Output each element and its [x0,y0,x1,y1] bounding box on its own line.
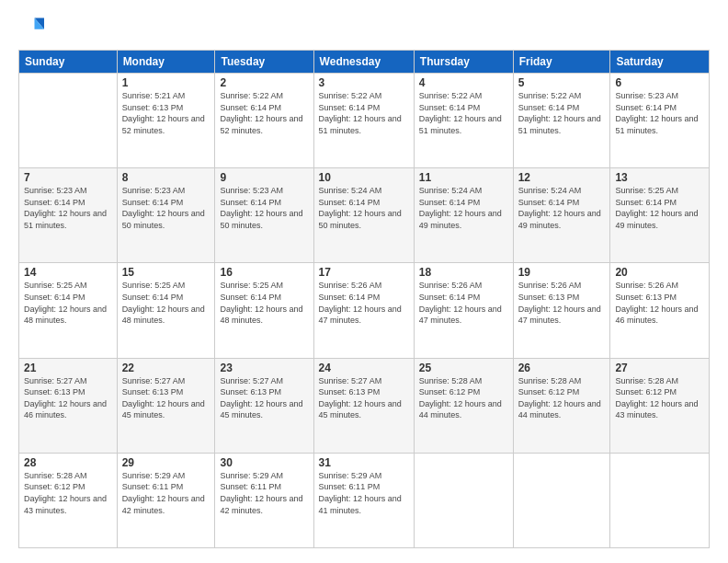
day-cell: 8Sunrise: 5:23 AMSunset: 6:14 PMDaylight… [117,168,215,263]
weekday-header-wednesday: Wednesday [313,51,414,74]
day-cell: 26Sunrise: 5:28 AMSunset: 6:12 PMDayligh… [513,358,610,453]
day-info: Sunrise: 5:22 AMSunset: 6:14 PMDaylight:… [518,90,606,136]
day-number: 17 [319,266,409,279]
day-number: 28 [24,456,112,469]
day-cell: 13Sunrise: 5:25 AMSunset: 6:14 PMDayligh… [610,168,710,263]
day-number: 29 [122,456,210,469]
day-cell: 5Sunrise: 5:22 AMSunset: 6:14 PMDaylight… [513,74,610,168]
day-cell: 10Sunrise: 5:24 AMSunset: 6:14 PMDayligh… [313,168,414,263]
day-cell: 30Sunrise: 5:29 AMSunset: 6:11 PMDayligh… [215,453,313,547]
week-row-4: 21Sunrise: 5:27 AMSunset: 6:13 PMDayligh… [19,358,710,453]
day-number: 5 [518,76,606,89]
day-info: Sunrise: 5:22 AMSunset: 6:14 PMDaylight:… [419,90,508,136]
day-cell: 20Sunrise: 5:26 AMSunset: 6:13 PMDayligh… [610,263,710,358]
day-number: 16 [220,266,308,279]
day-cell: 17Sunrise: 5:26 AMSunset: 6:14 PMDayligh… [313,263,414,358]
day-cell: 11Sunrise: 5:24 AMSunset: 6:14 PMDayligh… [414,168,513,263]
day-number: 4 [419,76,508,89]
week-row-2: 7Sunrise: 5:23 AMSunset: 6:14 PMDaylight… [19,168,710,263]
day-cell: 21Sunrise: 5:27 AMSunset: 6:13 PMDayligh… [19,358,118,453]
day-cell: 7Sunrise: 5:23 AMSunset: 6:14 PMDaylight… [19,168,118,263]
day-info: Sunrise: 5:23 AMSunset: 6:14 PMDaylight:… [615,90,704,136]
weekday-header-saturday: Saturday [610,51,710,74]
day-cell: 9Sunrise: 5:23 AMSunset: 6:14 PMDaylight… [215,168,313,263]
day-info: Sunrise: 5:25 AMSunset: 6:14 PMDaylight:… [615,185,704,231]
day-number: 8 [122,171,210,184]
day-cell: 6Sunrise: 5:23 AMSunset: 6:14 PMDaylight… [610,74,710,168]
day-info: Sunrise: 5:28 AMSunset: 6:12 PMDaylight:… [419,375,508,421]
logo [18,15,48,40]
day-cell: 23Sunrise: 5:27 AMSunset: 6:13 PMDayligh… [215,358,313,453]
day-cell: 27Sunrise: 5:28 AMSunset: 6:12 PMDayligh… [610,358,710,453]
day-info: Sunrise: 5:27 AMSunset: 6:13 PMDaylight:… [319,375,409,421]
day-info: Sunrise: 5:26 AMSunset: 6:13 PMDaylight:… [518,280,606,326]
day-number: 9 [220,171,308,184]
day-info: Sunrise: 5:29 AMSunset: 6:11 PMDaylight:… [122,470,210,516]
day-number: 22 [122,362,210,374]
day-cell: 29Sunrise: 5:29 AMSunset: 6:11 PMDayligh… [117,453,215,547]
week-row-5: 28Sunrise: 5:28 AMSunset: 6:12 PMDayligh… [19,453,710,547]
day-number: 1 [122,76,210,89]
day-info: Sunrise: 5:24 AMSunset: 6:14 PMDaylight:… [319,185,409,231]
week-row-3: 14Sunrise: 5:25 AMSunset: 6:14 PMDayligh… [19,263,710,358]
day-cell: 18Sunrise: 5:26 AMSunset: 6:14 PMDayligh… [414,263,513,358]
day-number: 21 [24,362,112,374]
day-info: Sunrise: 5:21 AMSunset: 6:13 PMDaylight:… [122,90,210,136]
day-number: 13 [615,171,704,184]
day-cell: 24Sunrise: 5:27 AMSunset: 6:13 PMDayligh… [313,358,414,453]
day-info: Sunrise: 5:22 AMSunset: 6:14 PMDaylight:… [220,90,308,136]
day-cell: 15Sunrise: 5:25 AMSunset: 6:14 PMDayligh… [117,263,215,358]
day-info: Sunrise: 5:23 AMSunset: 6:14 PMDaylight:… [122,185,210,231]
day-number: 30 [220,456,308,469]
day-cell: 22Sunrise: 5:27 AMSunset: 6:13 PMDayligh… [117,358,215,453]
day-number: 26 [518,362,606,374]
day-cell: 14Sunrise: 5:25 AMSunset: 6:14 PMDayligh… [19,263,118,358]
day-info: Sunrise: 5:27 AMSunset: 6:13 PMDaylight:… [24,375,112,421]
day-info: Sunrise: 5:25 AMSunset: 6:14 PMDaylight:… [122,280,210,326]
day-info: Sunrise: 5:24 AMSunset: 6:14 PMDaylight:… [419,185,508,231]
day-info: Sunrise: 5:24 AMSunset: 6:14 PMDaylight:… [518,185,606,231]
day-number: 19 [518,266,606,279]
day-number: 27 [615,362,704,374]
day-number: 7 [24,171,112,184]
page: SundayMondayTuesdayWednesdayThursdayFrid… [0,0,728,563]
day-cell: 12Sunrise: 5:24 AMSunset: 6:14 PMDayligh… [513,168,610,263]
day-info: Sunrise: 5:28 AMSunset: 6:12 PMDaylight:… [24,470,112,516]
day-info: Sunrise: 5:26 AMSunset: 6:14 PMDaylight:… [319,280,409,326]
day-cell [610,453,710,547]
day-number: 18 [419,266,508,279]
day-info: Sunrise: 5:28 AMSunset: 6:12 PMDaylight:… [615,375,704,421]
day-info: Sunrise: 5:26 AMSunset: 6:14 PMDaylight:… [419,280,508,326]
weekday-header-thursday: Thursday [414,51,513,74]
calendar-table: SundayMondayTuesdayWednesdayThursdayFrid… [18,50,710,548]
day-cell: 2Sunrise: 5:22 AMSunset: 6:14 PMDaylight… [215,74,313,168]
day-number: 10 [319,171,409,184]
day-number: 11 [419,171,508,184]
day-info: Sunrise: 5:29 AMSunset: 6:11 PMDaylight:… [220,470,308,516]
day-cell: 28Sunrise: 5:28 AMSunset: 6:12 PMDayligh… [19,453,118,547]
day-number: 6 [615,76,704,89]
day-info: Sunrise: 5:23 AMSunset: 6:14 PMDaylight:… [24,185,112,231]
weekday-header-friday: Friday [513,51,610,74]
day-number: 23 [220,362,308,374]
day-number: 12 [518,171,606,184]
day-cell: 25Sunrise: 5:28 AMSunset: 6:12 PMDayligh… [414,358,513,453]
day-number: 20 [615,266,704,279]
weekday-header-row: SundayMondayTuesdayWednesdayThursdayFrid… [19,51,710,74]
day-number: 14 [24,266,112,279]
weekday-header-monday: Monday [117,51,215,74]
day-number: 31 [319,456,409,469]
week-row-1: 1Sunrise: 5:21 AMSunset: 6:13 PMDaylight… [19,74,710,168]
logo-icon [18,15,44,40]
day-info: Sunrise: 5:22 AMSunset: 6:14 PMDaylight:… [319,90,409,136]
day-info: Sunrise: 5:27 AMSunset: 6:13 PMDaylight:… [220,375,308,421]
day-cell [19,74,118,168]
day-info: Sunrise: 5:25 AMSunset: 6:14 PMDaylight:… [220,280,308,326]
day-info: Sunrise: 5:29 AMSunset: 6:11 PMDaylight:… [319,470,409,516]
day-cell [513,453,610,547]
day-number: 25 [419,362,508,374]
day-info: Sunrise: 5:28 AMSunset: 6:12 PMDaylight:… [518,375,606,421]
day-cell: 4Sunrise: 5:22 AMSunset: 6:14 PMDaylight… [414,74,513,168]
day-cell: 31Sunrise: 5:29 AMSunset: 6:11 PMDayligh… [313,453,414,547]
day-cell: 16Sunrise: 5:25 AMSunset: 6:14 PMDayligh… [215,263,313,358]
